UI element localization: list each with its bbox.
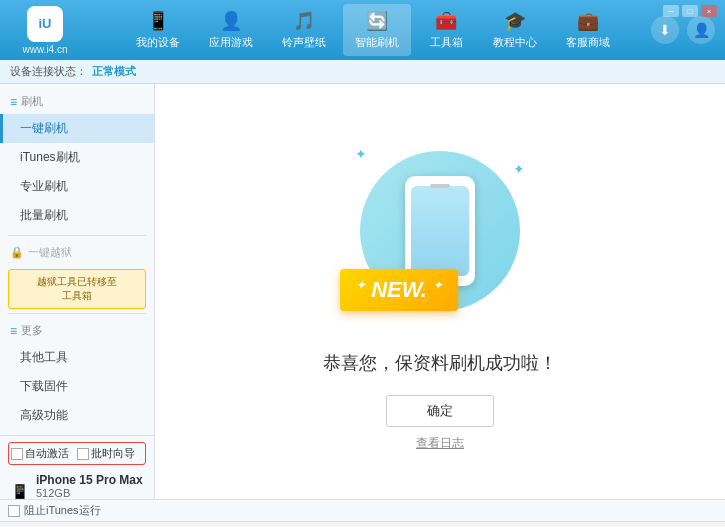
flash-section-label: 刷机 — [21, 94, 43, 109]
nav-tab-ringtone-label: 铃声壁纸 — [282, 35, 326, 50]
itunes-bar: 阻止iTunes运行 — [0, 499, 725, 521]
status-label: 设备连接状态： — [10, 64, 87, 79]
advanced-label: 高级功能 — [20, 408, 68, 422]
nav-tab-toolbox-label: 工具箱 — [430, 35, 463, 50]
itunes-checkbox[interactable] — [8, 505, 20, 517]
timing-guide-label: 批时向导 — [91, 446, 135, 461]
sidebar-item-download-firmware[interactable]: 下载固件 — [0, 372, 154, 401]
one-click-jailbreak-header: 🔒 一键越狱 — [0, 240, 154, 265]
logo-url: www.i4.cn — [22, 44, 67, 55]
timing-guide-checkbox[interactable] — [77, 448, 89, 460]
auto-activate-label: 自动激活 — [25, 446, 69, 461]
new-badge: ✦ NEW. ✦ — [340, 269, 458, 311]
success-title: 恭喜您，保资料刷机成功啦！ — [323, 351, 557, 375]
one-click-flash-label: 一键刷机 — [20, 121, 68, 135]
content-area: ✦ ✦ ✦ NEW. ✦ 恭喜您，保资料刷机成功啦！ 确定 查看日 — [155, 84, 725, 499]
sidebar-item-one-click-flash[interactable]: 一键刷机 — [0, 114, 154, 143]
itunes-flash-label: iTunes刷机 — [20, 150, 80, 164]
toolbox-icon: 🧰 — [435, 10, 457, 32]
device-phone-icon: 📱 — [10, 483, 30, 500]
logo-icon: iU — [27, 6, 63, 42]
nav-tabs: 📱 我的设备 👤 应用游戏 🎵 铃声壁纸 🔄 智能刷机 🧰 工具箱 🎓 — [95, 4, 651, 56]
close-button[interactable]: × — [701, 5, 717, 17]
divider-2 — [8, 313, 146, 314]
logo: iU www.i4.cn — [10, 6, 80, 55]
nav-tab-tutorial-label: 教程中心 — [493, 35, 537, 50]
success-illustration: ✦ ✦ ✦ NEW. ✦ — [350, 131, 530, 331]
phone-notch — [430, 184, 450, 188]
more-section-label: 更多 — [21, 323, 43, 338]
more-section: ≡ 更多 其他工具 下载固件 高级功能 — [0, 318, 154, 430]
itunes-label: 阻止iTunes运行 — [24, 503, 101, 518]
sidebar-item-itunes-flash[interactable]: iTunes刷机 — [0, 143, 154, 172]
sparkle-left: ✦ — [355, 146, 367, 162]
tutorial-icon: 🎓 — [504, 10, 526, 32]
header-right: ⬇ 👤 — [651, 16, 715, 44]
flash-section: ≡ 刷机 一键刷机 iTunes刷机 专业刷机 批量刷机 — [0, 89, 154, 230]
nav-tab-apps-games-label: 应用游戏 — [209, 35, 253, 50]
warning-box: 越狱工具已转移至工具箱 — [8, 269, 146, 309]
divider-1 — [8, 235, 146, 236]
smart-flash-icon: 🔄 — [366, 10, 388, 32]
device-storage: 512GB — [36, 487, 143, 499]
ringtone-icon: 🎵 — [293, 10, 315, 32]
timing-guide-checkbox-label[interactable]: 批时向导 — [77, 446, 135, 461]
nav-tab-smart-flash[interactable]: 🔄 智能刷机 — [343, 4, 411, 56]
flash-section-header: ≡ 刷机 — [0, 89, 154, 114]
download-button[interactable]: ⬇ — [651, 16, 679, 44]
sidebar-bottom: 自动激活 批时向导 📱 iPhone 15 Pro Max 512GB iPho… — [0, 435, 154, 499]
phone-screen — [411, 186, 469, 276]
status-value: 正常模式 — [92, 64, 136, 79]
sparkle-right: ✦ — [513, 161, 525, 177]
device-name: iPhone 15 Pro Max — [36, 473, 143, 487]
auto-activate-checkbox-label[interactable]: 自动激活 — [11, 446, 69, 461]
download-firmware-label: 下载固件 — [20, 379, 68, 393]
sidebar-item-batch-flash[interactable]: 批量刷机 — [0, 201, 154, 230]
confirm-button[interactable]: 确定 — [386, 395, 494, 427]
nav-tab-my-device[interactable]: 📱 我的设备 — [124, 4, 192, 56]
user-button[interactable]: 👤 — [687, 16, 715, 44]
view-log-button[interactable]: 查看日志 — [416, 435, 464, 452]
more-section-icon: ≡ — [10, 324, 17, 338]
new-badge-text: NEW. — [371, 277, 427, 302]
nav-tab-my-device-label: 我的设备 — [136, 35, 180, 50]
new-badge-stars-left: ✦ — [356, 279, 365, 291]
nav-tab-apps-games[interactable]: 👤 应用游戏 — [197, 4, 265, 56]
other-tools-label: 其他工具 — [20, 350, 68, 364]
main-area: ≡ 刷机 一键刷机 iTunes刷机 专业刷机 批量刷机 🔒 — [0, 84, 725, 499]
more-section-header: ≡ 更多 — [0, 318, 154, 343]
device-item: 📱 iPhone 15 Pro Max 512GB iPhone — [8, 469, 146, 499]
nav-tab-toolbox[interactable]: 🧰 工具箱 — [416, 4, 476, 56]
batch-flash-label: 批量刷机 — [20, 208, 68, 222]
nav-tab-service[interactable]: 💼 客服商域 — [554, 4, 622, 56]
flash-section-icon: ≡ — [10, 95, 17, 109]
auto-activate-checkbox[interactable] — [11, 448, 23, 460]
sidebar-item-other-tools[interactable]: 其他工具 — [0, 343, 154, 372]
nav-tab-service-label: 客服商域 — [566, 35, 610, 50]
sidebar-item-pro-flash[interactable]: 专业刷机 — [0, 172, 154, 201]
lock-icon: 🔒 — [10, 246, 24, 259]
footer: V7.98.66 客服 微信公众号 检查更新 — [0, 521, 725, 527]
logo-text: iU — [39, 16, 52, 31]
sidebar-item-advanced[interactable]: 高级功能 — [0, 401, 154, 430]
one-click-jailbreak-label: 一键越狱 — [28, 245, 72, 260]
service-icon: 💼 — [577, 10, 599, 32]
warning-text: 越狱工具已转移至工具箱 — [37, 276, 117, 301]
sidebar: ≡ 刷机 一键刷机 iTunes刷机 专业刷机 批量刷机 🔒 — [0, 84, 155, 499]
nav-tab-ringtone[interactable]: 🎵 铃声壁纸 — [270, 4, 338, 56]
maximize-button[interactable]: □ — [682, 5, 698, 17]
apps-games-icon: 👤 — [220, 10, 242, 32]
header: iU www.i4.cn 📱 我的设备 👤 应用游戏 🎵 铃声壁纸 🔄 智能刷机 — [0, 0, 725, 60]
new-badge-stars-right: ✦ — [433, 279, 442, 291]
minimize-button[interactable]: ─ — [663, 5, 679, 17]
status-bar: 设备连接状态： 正常模式 — [0, 60, 725, 84]
nav-tab-tutorial[interactable]: 🎓 教程中心 — [481, 4, 549, 56]
nav-tab-smart-flash-label: 智能刷机 — [355, 35, 399, 50]
auto-activate-row: 自动激活 批时向导 — [8, 442, 146, 465]
my-device-icon: 📱 — [147, 10, 169, 32]
pro-flash-label: 专业刷机 — [20, 179, 68, 193]
device-info: iPhone 15 Pro Max 512GB iPhone — [36, 473, 143, 499]
